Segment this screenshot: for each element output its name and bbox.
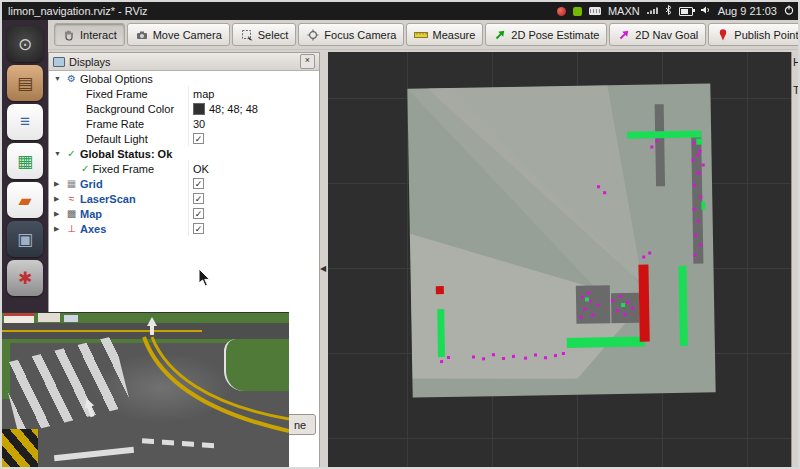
displays-tree: ▼⚙Global OptionsFixed FramemapBackground…	[49, 71, 319, 236]
property-value[interactable]: ✓	[188, 191, 319, 206]
file-manager-icon[interactable]: ▤	[7, 65, 43, 101]
property-value[interactable]: ✓	[188, 131, 319, 146]
obstacle-green	[678, 266, 687, 346]
tool-interact[interactable]: Interact	[54, 23, 125, 46]
laser-point	[589, 299, 592, 302]
power-icon[interactable]	[784, 5, 794, 17]
tree-row[interactable]: Background Color48; 48; 48	[49, 101, 319, 116]
clock[interactable]: Aug 9 21:03	[718, 5, 777, 17]
tree-row[interactable]: ▶▩Map✓	[49, 206, 319, 221]
tool-2d-pose-estimate[interactable]: 2D Pose Estimate	[485, 23, 607, 46]
laser-point	[698, 150, 701, 153]
tool-move-camera[interactable]: Move Camera	[127, 23, 230, 46]
laserscan-icon: ≈	[65, 193, 78, 204]
tree-row[interactable]: ▶≈LaserScan✓	[49, 191, 319, 206]
checkbox[interactable]: ✓	[193, 178, 204, 189]
view3d[interactable]	[328, 52, 791, 469]
laser-point	[596, 303, 599, 306]
tree-row[interactable]: ▶▦Grid✓	[49, 176, 319, 191]
tool-focus-camera[interactable]: Focus Camera	[298, 23, 404, 46]
gpu-icon[interactable]	[573, 7, 582, 16]
tool-2d-nav-goal[interactable]: 2D Nav Goal	[609, 23, 706, 46]
tool-label: Select	[258, 29, 289, 41]
workspace-switcher-icon[interactable]: ⊙	[7, 26, 43, 62]
expander-icon[interactable]: ▶	[54, 180, 64, 188]
expander-icon[interactable]: ▼	[54, 75, 64, 82]
checkbox[interactable]: ✓	[193, 193, 204, 204]
laser-point	[524, 357, 527, 360]
red-pin-icon	[716, 28, 730, 41]
signal-icon[interactable]	[647, 5, 658, 17]
system-settings-icon[interactable]: ✱	[7, 260, 43, 296]
laser-point	[603, 191, 606, 194]
bluetooth-icon[interactable]	[665, 5, 672, 17]
expander-icon[interactable]: ▶	[54, 210, 64, 218]
axes-icon: ⊥	[65, 223, 78, 234]
writer-document-icon[interactable]: ≡	[7, 104, 43, 140]
panel-splitter[interactable]: ◀	[320, 52, 328, 469]
group-label: Global Options	[80, 73, 153, 85]
tree-row[interactable]: ▶⊥Axes✓	[49, 221, 319, 236]
checkbox[interactable]: ✓	[193, 223, 204, 234]
checkbox[interactable]: ✓	[193, 133, 204, 144]
tool-label: 2D Nav Goal	[635, 29, 698, 41]
checkbox[interactable]: ✓	[193, 208, 204, 219]
right-panel-sliver[interactable]: Hi Ty	[791, 52, 799, 469]
tree-row[interactable]: Frame Rate30	[49, 116, 319, 131]
tool-label: 2D Pose Estimate	[511, 29, 599, 41]
right-panel-text-fragment: Ty	[793, 84, 799, 96]
displays-panel-header[interactable]: Displays ×	[49, 53, 319, 71]
keyboard-icon[interactable]	[589, 7, 601, 15]
laser-point	[693, 184, 696, 187]
expander-icon[interactable]: ▶	[54, 195, 64, 203]
obstacle-green	[567, 337, 645, 348]
expander-icon[interactable]: ▶	[54, 225, 64, 233]
property-value[interactable]: 48; 48; 48	[188, 101, 319, 116]
record-icon[interactable]	[557, 7, 566, 16]
battery-icon[interactable]	[679, 7, 693, 16]
display-name: Axes	[80, 223, 106, 235]
gpu-mode-label[interactable]: MAXN	[608, 5, 640, 17]
laser-point	[583, 308, 586, 311]
laser-point	[554, 354, 557, 357]
property-value: OK	[188, 161, 319, 176]
close-icon[interactable]: ×	[300, 54, 315, 69]
laser-point	[581, 296, 584, 299]
grid-line	[328, 438, 791, 439]
property-key: Default Light	[86, 133, 148, 145]
laser-point	[698, 172, 701, 175]
laser-point	[619, 295, 622, 298]
property-value[interactable]: ✓	[188, 206, 319, 221]
status-key: Fixed Frame	[92, 163, 154, 175]
color-swatch	[193, 103, 205, 115]
property-value[interactable]: map	[188, 86, 319, 101]
property-value[interactable]: ✓	[188, 221, 319, 236]
laser-point	[597, 185, 600, 188]
map-icon: ▩	[65, 208, 78, 219]
laser-point	[648, 251, 651, 254]
laser-point	[626, 301, 629, 304]
software-center-icon[interactable]: ▣	[7, 221, 43, 257]
volume-icon[interactable]	[700, 5, 711, 17]
ruler-icon	[414, 28, 428, 41]
group-label: Global Status: Ok	[80, 148, 172, 160]
property-value[interactable]: ✓	[188, 176, 319, 191]
property-value-text: map	[193, 88, 214, 100]
impress-document-icon[interactable]: ▰	[7, 182, 43, 218]
laser-point	[482, 357, 485, 360]
tree-row[interactable]: ▼⚙Global Options	[49, 71, 319, 86]
tree-row[interactable]: Default Light✓	[49, 131, 319, 146]
calc-document-icon[interactable]: ▦	[7, 143, 43, 179]
tool-select[interactable]: Select	[232, 23, 297, 46]
property-key: Background Color	[86, 103, 174, 115]
top-panel: limon_navigation.rviz* - RViz MAXN Aug 9…	[2, 2, 798, 20]
collapse-panel-icon[interactable]: ◀	[320, 264, 326, 273]
tree-row[interactable]: ▼✓Global Status: Ok	[49, 146, 319, 161]
tool-publish-point[interactable]: Publish Point	[708, 23, 800, 46]
obstacle-green	[621, 303, 625, 307]
expander-icon[interactable]: ▼	[54, 150, 64, 157]
property-value[interactable]: 30	[188, 116, 319, 131]
tree-row[interactable]: ✓Fixed FrameOK	[49, 161, 319, 176]
tool-measure[interactable]: Measure	[406, 23, 483, 46]
tree-row[interactable]: Fixed Framemap	[49, 86, 319, 101]
